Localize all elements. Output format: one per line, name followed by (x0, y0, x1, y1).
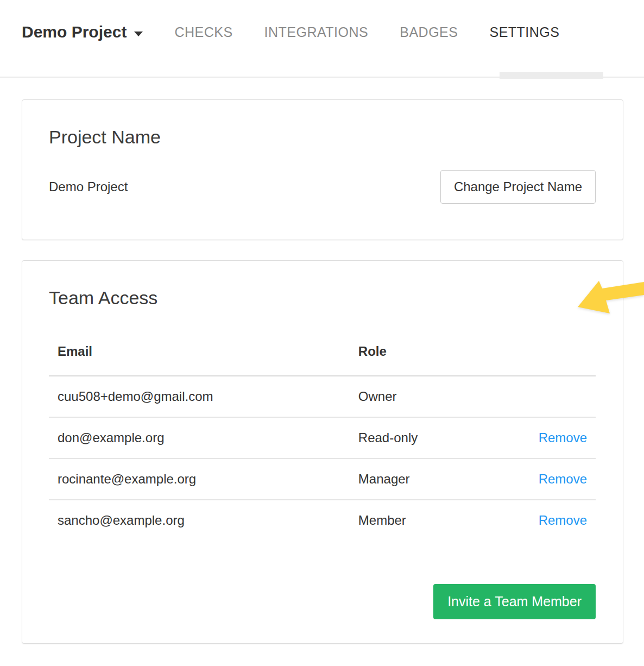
member-role: Read-only (350, 417, 503, 458)
project-name-card-title: Project Name (49, 126, 596, 148)
active-tab-indicator (500, 72, 603, 79)
member-role: Manager (350, 458, 503, 500)
team-access-card: Team Access Email Role cuu508+demo@gmail… (22, 260, 623, 644)
member-email: don@example.org (49, 417, 350, 458)
table-header-row: Email Role (49, 331, 596, 376)
table-row: don@example.org Read-only Remove (49, 417, 596, 458)
nav-links: CHECKS INTEGRATIONS BADGES SETTINGS (174, 24, 559, 40)
table-row: sancho@example.org Member Remove (49, 500, 596, 541)
tab-badges[interactable]: BADGES (400, 24, 458, 40)
team-access-card-title: Team Access (49, 287, 596, 309)
team-members-table: Email Role cuu508+demo@gmail.com Owner d… (49, 331, 596, 541)
tab-integrations[interactable]: INTEGRATIONS (264, 24, 369, 40)
tab-settings[interactable]: SETTINGS (489, 24, 559, 40)
project-name-card: Project Name Demo Project Change Project… (22, 99, 623, 240)
caret-down-icon (134, 32, 143, 36)
project-title: Demo Project (22, 22, 127, 42)
top-navigation-bar: Demo Project CHECKS INTEGRATIONS BADGES … (0, 0, 644, 78)
member-role: Member (350, 500, 503, 541)
remove-link[interactable]: Remove (539, 513, 587, 527)
email-column-header: Email (49, 331, 350, 376)
remove-link[interactable]: Remove (539, 472, 587, 486)
project-switcher[interactable]: Demo Project (22, 22, 143, 42)
invite-team-member-button[interactable]: Invite a Team Member (433, 584, 596, 619)
member-email: rocinante@example.org (49, 458, 350, 500)
current-project-name: Demo Project (49, 179, 128, 194)
member-email: cuu508+demo@gmail.com (49, 376, 350, 417)
action-column-header (503, 331, 596, 376)
table-row: cuu508+demo@gmail.com Owner (49, 376, 596, 417)
remove-link[interactable]: Remove (539, 430, 587, 445)
tab-checks[interactable]: CHECKS (174, 24, 232, 40)
member-email: sancho@example.org (49, 500, 350, 541)
change-project-name-button[interactable]: Change Project Name (440, 170, 596, 204)
member-role: Owner (350, 376, 503, 417)
role-column-header: Role (350, 331, 503, 376)
table-row: rocinante@example.org Manager Remove (49, 458, 596, 500)
